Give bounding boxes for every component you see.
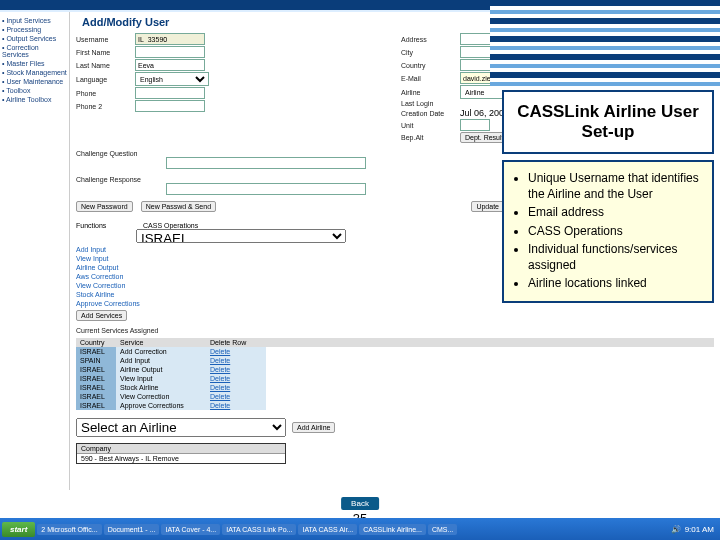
cell-country: ISRAEL	[76, 374, 116, 383]
challenge-r-input[interactable]	[166, 183, 366, 195]
sidebar-item[interactable]: Processing	[2, 25, 67, 34]
country-label: Country	[401, 62, 456, 69]
update-button[interactable]: Update	[471, 201, 504, 212]
cell-service: Add Correction	[116, 347, 206, 356]
cell-service: Add Input	[116, 356, 206, 365]
info-bullet: Individual functions/services assigned	[528, 241, 702, 273]
delete-link[interactable]: Delete	[206, 356, 266, 365]
unit-input[interactable]	[460, 119, 490, 131]
table-row: ISRAELStock AirlineDelete	[76, 383, 714, 392]
lastlogin-label: Last Login	[401, 100, 456, 107]
taskbar-item[interactable]: CASSLink Airline...	[359, 524, 426, 535]
last-label: Last Name	[76, 62, 131, 69]
first-input[interactable]	[135, 46, 205, 58]
system-tray: 🔊 9:01 AM	[671, 525, 718, 534]
last-input[interactable]	[135, 59, 205, 71]
table-row: ISRAELView InputDelete	[76, 374, 714, 383]
company-value: 590 - Best Airways - IL Remove	[77, 454, 285, 463]
clock: 9:01 AM	[685, 525, 714, 534]
delete-link[interactable]: Delete	[206, 347, 266, 356]
cell-country: SPAIN	[76, 356, 116, 365]
table-row: ISRAELView CorrectionDelete	[76, 392, 714, 401]
phone2-label: Phone 2	[76, 103, 131, 110]
unit-label: Unit	[401, 122, 456, 129]
cass-ops-label: CASS Operations	[143, 222, 198, 229]
cell-service: Stock Airline	[116, 383, 206, 392]
sidebar-item[interactable]: Airline Toolbox	[2, 95, 67, 104]
airline-select[interactable]: Select an Airline	[76, 418, 286, 437]
cell-country: ISRAEL	[76, 401, 116, 410]
sidebar: Add/Modify User Input ServicesProcessing…	[0, 12, 70, 490]
info-panel: CASSLink Airline User Set-up Unique User…	[502, 90, 714, 303]
username-input[interactable]	[135, 33, 205, 45]
cell-country: ISRAEL	[76, 365, 116, 374]
add-airline-button[interactable]: Add Airline	[292, 422, 335, 433]
th-delete: Delete Row	[206, 338, 266, 347]
first-label: First Name	[76, 49, 131, 56]
phone-label: Phone	[76, 90, 131, 97]
challenge-q-input[interactable]	[166, 157, 366, 169]
phone-input[interactable]	[135, 87, 205, 99]
info-title: CASSLink Airline User Set-up	[502, 90, 714, 154]
type-label: Airline	[401, 89, 456, 96]
taskbar-item[interactable]: IATA CASS Link Po...	[222, 524, 296, 535]
cell-country: ISRAEL	[76, 392, 116, 401]
creation-label: Creation Date	[401, 110, 456, 117]
taskbar-item[interactable]: Document1 - ...	[104, 524, 160, 535]
taskbar-item[interactable]: IATA Cover - 4...	[161, 524, 220, 535]
functions-label: Functions	[76, 222, 131, 229]
delete-link[interactable]: Delete	[206, 365, 266, 374]
username-label: Username	[76, 36, 131, 43]
sidebar-item[interactable]: Input Services	[2, 16, 67, 25]
cell-service: Airline Output	[116, 365, 206, 374]
info-bullet: Unique Username that identifies the Airl…	[528, 170, 702, 202]
add-services-button[interactable]: Add Services	[76, 310, 127, 321]
delete-link[interactable]: Delete	[206, 392, 266, 401]
table-row: ISRAELAirline OutputDelete	[76, 365, 714, 374]
info-bullet: Email address	[528, 204, 702, 220]
language-select[interactable]: English	[135, 72, 209, 86]
services-table: Country Service Delete Row ISRAELAdd Cor…	[76, 338, 714, 410]
taskbar-item[interactable]: IATA CASS Air...	[298, 524, 357, 535]
taskbar: start 2 Microsoft Offic...Document1 - ..…	[0, 518, 720, 540]
city-label: City	[401, 49, 456, 56]
table-row: SPAINAdd InputDelete	[76, 356, 714, 365]
sidebar-item[interactable]: Correction Services	[2, 43, 67, 59]
table-row: ISRAELAdd CorrectionDelete	[76, 347, 714, 356]
taskbar-item[interactable]: CMS...	[428, 524, 457, 535]
delete-link[interactable]: Delete	[206, 401, 266, 410]
info-bullet: Airline locations linked	[528, 275, 702, 291]
info-bullet: CASS Operations	[528, 223, 702, 239]
table-row: ISRAELApprove CorrectionsDelete	[76, 401, 714, 410]
back-button[interactable]: Back	[341, 497, 379, 510]
new-password-button[interactable]: New Password	[76, 201, 133, 212]
cell-service: View Correction	[116, 392, 206, 401]
th-service: Service	[116, 338, 206, 347]
tray-icon: 🔊	[671, 525, 681, 534]
delete-link[interactable]: Delete	[206, 374, 266, 383]
taskbar-item[interactable]: 2 Microsoft Offic...	[37, 524, 101, 535]
delete-link[interactable]: Delete	[206, 383, 266, 392]
start-button[interactable]: start	[2, 522, 35, 537]
bepalt-label: Bep.Alt	[401, 134, 456, 141]
language-label: Language	[76, 76, 131, 83]
company-header: Company	[77, 444, 285, 454]
th-country: Country	[76, 338, 116, 347]
cell-country: ISRAEL	[76, 347, 116, 356]
cell-country: ISRAEL	[76, 383, 116, 392]
cell-service: View Input	[116, 374, 206, 383]
company-box: Company 590 - Best Airways - IL Remove	[76, 443, 286, 464]
phone2-input[interactable]	[135, 100, 205, 112]
sidebar-item[interactable]: Stock Management	[2, 68, 67, 77]
sidebar-item[interactable]: User Maintenance	[2, 77, 67, 86]
address-label: Address	[401, 36, 456, 43]
new-password-send-button[interactable]: New Passwd & Send	[141, 201, 216, 212]
current-services-label: Current Services Assigned	[76, 327, 714, 334]
sidebar-item[interactable]: Master Files	[2, 59, 67, 68]
cass-ops-select[interactable]: ISRAEL	[136, 229, 346, 243]
cell-service: Approve Corrections	[116, 401, 206, 410]
email-label: E-Mail	[401, 75, 456, 82]
sidebar-item[interactable]: Toolbox	[2, 86, 67, 95]
sidebar-item[interactable]: Output Services	[2, 34, 67, 43]
